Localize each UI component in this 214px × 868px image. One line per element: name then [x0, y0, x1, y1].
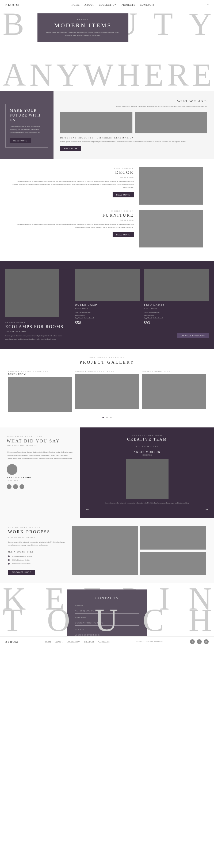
team-desc: Lorem ipsum dolor sit amet, consectetur … — [85, 502, 209, 504]
who-we-are-sub: Lorem ipsum dolor sit amet, consectetur … — [60, 105, 207, 108]
gallery-item-2: PROJECT HOME, SWEET HOME — [75, 370, 139, 412]
bottom-social: f t in — [190, 639, 209, 644]
bottom-nav-contacts[interactable]: CONTACTS — [99, 641, 110, 643]
work-right — [72, 526, 206, 575]
decor-button[interactable]: READ MORE — [113, 192, 134, 197]
nav-about[interactable]: ABOUT — [84, 3, 94, 6]
about-right-button[interactable]: READ MORE — [60, 146, 81, 151]
furniture-row: MODERN DESIGN FURNITURE WEST ROOM Lorem … — [11, 210, 203, 247]
view-all-button[interactable]: VIEW ALL PRODUCTS — [177, 333, 209, 338]
lamp2-image — [144, 269, 209, 301]
about-read-more-button[interactable]: READ MORE — [10, 138, 31, 143]
lamp1-name: DUBLE LAMP — [75, 303, 140, 306]
gallery-dots — [8, 414, 206, 420]
test-circle-1[interactable] — [7, 484, 11, 489]
hero-center-box: DESIGN MODERN ITEMS Lorem ipsum dolor si… — [37, 13, 129, 42]
social-facebook[interactable]: f — [190, 639, 195, 644]
team-next-arrow[interactable]: → — [205, 507, 209, 512]
decor-row: BEST QUALITY DECOR WEST ROOM Lorem ipsum… — [11, 167, 203, 205]
footer-big: K E E P I N CONTACTS PHONE PRICING E-MAI… — [0, 583, 214, 636]
lamp2-color-label: Colors: — [144, 311, 149, 313]
work-discover-button[interactable]: DISCOVER MORE — [8, 570, 35, 575]
footer-letter-h: H — [188, 604, 211, 636]
step-dot-1 — [8, 555, 10, 557]
work-image-1 — [72, 526, 138, 575]
footer-letter-u2: U — [95, 604, 117, 636]
test-desc: A film ipsum fames lorem dictum ultrices… — [7, 451, 74, 460]
team-member-name: ANGIE MORSON — [85, 451, 209, 454]
decor-sub: WEST ROOM — [11, 176, 134, 178]
lamp1-color: White/dark/blue — [80, 311, 91, 313]
lamp2-item: TRIO LAMPS WEST ROOM Colors: White/dark/… — [144, 269, 209, 325]
social-instagram[interactable]: in — [204, 639, 209, 644]
furniture-sub: WEST ROOM — [11, 219, 134, 221]
test-avatar — [7, 464, 17, 475]
ecolamps-sub: ALL SERIES LAMPS — [5, 331, 64, 333]
furniture-label: MODERN DESIGN — [11, 210, 134, 212]
decor-text: BEST QUALITY DECOR WEST ROOM Lorem ipsum… — [11, 167, 139, 197]
step-label-2: 02 Working on a design — [12, 559, 30, 561]
gallery-item-label-3: PROJECT NIGHT LIGHT — [142, 370, 206, 372]
nav-home[interactable]: HOME — [71, 3, 80, 6]
test-circle-3[interactable] — [20, 484, 24, 489]
lamp1-material: Steel and wood — [84, 317, 94, 319]
step-label-1: 01 Getting to know a client — [12, 555, 32, 557]
dot-1[interactable] — [102, 417, 104, 418]
test-label: YOUR FAVORITE ABOUT US — [7, 435, 74, 438]
about-title: MAKE YOUR FUTURE WITH US — [10, 108, 44, 123]
work-image-3 — [140, 552, 206, 575]
gallery-item-label-2: PROJECT HOME, SWEET HOME — [75, 370, 139, 372]
social-twitter[interactable]: t — [197, 639, 202, 644]
gallery-title: PROJECT GALLERY — [8, 360, 206, 365]
nav-collection[interactable]: COLLECTION — [99, 3, 117, 6]
testimonial-section: YOUR FAVORITE ABOUT US WHAT DID YOU SAY … — [0, 428, 214, 518]
menu-icon[interactable]: ≡ — [207, 3, 209, 7]
navbar: BLOOM HOME ABOUT COLLECTION PROJECTS CON… — [0, 0, 214, 9]
bottom-nav-home[interactable]: HOME — [45, 641, 51, 643]
bottom-nav-projects[interactable]: PROJECTS — [84, 641, 95, 643]
ecolamps-right: DUBLE LAMP WEST ROOM Colors: White/dark/… — [70, 261, 214, 348]
who-we-are-title: WHO WE ARE — [60, 99, 207, 103]
test-name: ANELIYA ZENON — [7, 476, 74, 479]
lamp1-details: Colors: White/dark/blue Sizes: 50/60cm S… — [75, 311, 140, 319]
furniture-desc: Lorem ipsum dolor sit amet, consectetur … — [11, 223, 134, 229]
gallery-grid: PROJECT MODERN FURNITURE DESIGN ROOM PRO… — [8, 370, 206, 412]
lamp2-material-label: Supp/Materi: — [144, 317, 152, 319]
lamp2-size: 50/60cm — [148, 314, 153, 316]
dot-2[interactable] — [106, 417, 108, 418]
about-image-1 — [60, 112, 133, 133]
ecolamps-section: STUDIO LAMPS ECOLAMPS FOR ROOMS ALL SERI… — [0, 261, 214, 348]
lamp2-material: Steel and wood — [153, 317, 163, 319]
step-dot-3 — [8, 563, 10, 564]
gallery-image-3 — [142, 374, 206, 409]
test-title: WHAT DID YOU SAY — [7, 439, 74, 443]
bottom-nav-about[interactable]: ABOUT — [56, 641, 63, 643]
lamp1-color-label: Colors: — [75, 311, 80, 313]
lamp2-name: TRIO LAMPS — [144, 303, 209, 306]
about-desc: Lorem ipsum dolor sit amet, consectetur … — [10, 125, 44, 135]
nav-logo: BLOOM — [5, 3, 19, 6]
nav-contacts[interactable]: CONTACTS — [140, 3, 155, 6]
test-role: DESIGNER — [7, 479, 74, 482]
test-circle-2[interactable] — [13, 484, 18, 489]
furniture-button[interactable]: READ MORE — [113, 232, 134, 237]
dot-3[interactable] — [110, 417, 112, 418]
team-member-role: DESIGNER — [85, 454, 209, 456]
letter-t: T — [153, 8, 172, 40]
gallery-image-1 — [8, 377, 72, 412]
nav-projects[interactable]: PROJECTS — [121, 3, 135, 6]
work-step-3: 03 Present work to client — [8, 563, 67, 565]
hero-label: DESIGN — [45, 19, 120, 21]
about-left-border: MAKE YOUR FUTURE WITH US Lorem ipsum dol… — [5, 104, 48, 148]
footer-letter-o: O — [47, 604, 70, 636]
bottom-logo: BLOOM — [5, 640, 18, 643]
gallery-image-2 — [75, 374, 139, 409]
bottom-nav-collection[interactable]: COLLECTION — [67, 641, 80, 643]
work-step-2: 02 Working on a design — [8, 559, 67, 561]
team-prev-arrow[interactable]: ← — [85, 507, 90, 512]
footer-letter-c: C — [143, 604, 164, 636]
gallery-item-3: PROJECT NIGHT LIGHT — [142, 370, 206, 412]
work-section: HOW WE MAKE PERFECT WORK PROCESS HOW WE … — [0, 518, 214, 583]
furniture-image — [139, 210, 203, 247]
about-images — [60, 112, 207, 133]
